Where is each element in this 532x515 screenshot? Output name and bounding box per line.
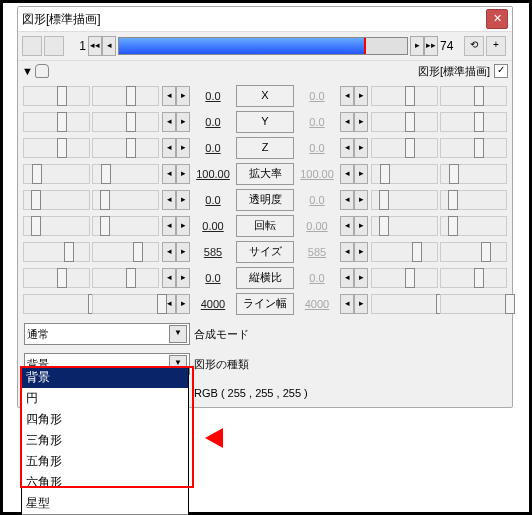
blend-select[interactable]: 通常▼ — [24, 323, 190, 345]
slider-right-b[interactable] — [440, 242, 507, 262]
slider-left-a[interactable] — [23, 190, 90, 210]
collapse-icon[interactable]: ▼ — [22, 65, 33, 77]
spin-up-icon[interactable]: ▸ — [354, 216, 368, 236]
dropdown-item[interactable]: 背景 — [22, 367, 188, 388]
value-left[interactable]: 4000 — [194, 298, 232, 310]
value-right[interactable]: 0.0 — [298, 194, 336, 206]
dropdown-item[interactable]: 星型 — [22, 493, 188, 514]
slider-left-a[interactable] — [23, 268, 90, 288]
slider-right-a[interactable] — [371, 268, 438, 288]
timeline-slider[interactable] — [118, 37, 408, 55]
slider-right-a[interactable] — [371, 242, 438, 262]
value-right[interactable]: 0.0 — [298, 272, 336, 284]
slider-right-b[interactable] — [440, 294, 507, 314]
value-left[interactable]: 100.00 — [194, 168, 232, 180]
value-left[interactable]: 0.00 — [194, 220, 232, 232]
value-right[interactable]: 0.0 — [298, 90, 336, 102]
param-button[interactable]: Y — [236, 111, 294, 133]
spin-up-icon[interactable]: ▸ — [176, 112, 190, 132]
spin-up-icon[interactable]: ▸ — [354, 138, 368, 158]
param-button[interactable]: 回転 — [236, 215, 294, 237]
slider-left-b[interactable] — [92, 164, 159, 184]
value-right[interactable]: 585 — [298, 246, 336, 258]
slider-right-a[interactable] — [371, 112, 438, 132]
slider-left-a[interactable] — [23, 294, 90, 314]
spin-up-icon[interactable]: ▸ — [176, 268, 190, 288]
param-button[interactable]: 透明度 — [236, 189, 294, 211]
spin-up-icon[interactable]: ▸ — [176, 190, 190, 210]
slider-left-a[interactable] — [23, 86, 90, 106]
slider-right-a[interactable] — [371, 138, 438, 158]
value-left[interactable]: 585 — [194, 246, 232, 258]
visible-checkbox[interactable]: ✓ — [494, 64, 508, 78]
spin-down-icon[interactable]: ◂ — [162, 112, 176, 132]
slider-right-a[interactable] — [371, 190, 438, 210]
slider-left-a[interactable] — [23, 164, 90, 184]
slider-left-b[interactable] — [92, 242, 159, 262]
dropdown-item[interactable]: 四角形 — [22, 409, 188, 430]
slider-left-a[interactable] — [23, 112, 90, 132]
spin-down-icon[interactable]: ◂ — [340, 268, 354, 288]
param-button[interactable]: 拡大率 — [236, 163, 294, 185]
slider-right-b[interactable] — [440, 164, 507, 184]
spin-down-icon[interactable]: ◂ — [162, 138, 176, 158]
spin-up-icon[interactable]: ▸ — [176, 242, 190, 262]
slider-right-b[interactable] — [440, 190, 507, 210]
spin-down-icon[interactable]: ◂ — [162, 190, 176, 210]
seek-last-icon[interactable]: ▸▸ — [424, 36, 438, 56]
spin-down-icon[interactable]: ◂ — [340, 86, 354, 106]
spin-up-icon[interactable]: ▸ — [176, 86, 190, 106]
spin-down-icon[interactable]: ◂ — [340, 216, 354, 236]
value-left[interactable]: 0.0 — [194, 90, 232, 102]
spin-up-icon[interactable]: ▸ — [176, 138, 190, 158]
dropdown-item[interactable]: 五角形 — [22, 451, 188, 472]
spin-down-icon[interactable]: ◂ — [340, 138, 354, 158]
value-left[interactable]: 0.0 — [194, 142, 232, 154]
value-left[interactable]: 0.0 — [194, 116, 232, 128]
tool-icon-1[interactable] — [22, 36, 42, 56]
slider-left-b[interactable] — [92, 86, 159, 106]
param-button[interactable]: サイズ — [236, 241, 294, 263]
close-icon[interactable]: ✕ — [486, 9, 508, 29]
spin-up-icon[interactable]: ▸ — [176, 294, 190, 314]
spin-up-icon[interactable]: ▸ — [354, 190, 368, 210]
slider-left-a[interactable] — [23, 138, 90, 158]
spin-down-icon[interactable]: ◂ — [340, 164, 354, 184]
spin-up-icon[interactable]: ▸ — [354, 164, 368, 184]
value-left[interactable]: 0.0 — [194, 194, 232, 206]
slider-right-b[interactable] — [440, 216, 507, 236]
slider-right-a[interactable] — [371, 86, 438, 106]
slider-right-a[interactable] — [371, 294, 438, 314]
slider-left-a[interactable] — [23, 242, 90, 262]
seek-next-icon[interactable]: ▸ — [410, 36, 424, 56]
seek-prev-icon[interactable]: ◂ — [102, 36, 116, 56]
slider-right-b[interactable] — [440, 112, 507, 132]
param-button[interactable]: X — [236, 85, 294, 107]
dropdown-item[interactable]: 六角形 — [22, 472, 188, 493]
shape-dropdown[interactable]: 背景円四角形三角形五角形六角形星型(ファイルから選択) — [21, 366, 189, 515]
slider-left-b[interactable] — [92, 138, 159, 158]
value-right[interactable]: 4000 — [298, 298, 336, 310]
spin-down-icon[interactable]: ◂ — [340, 294, 354, 314]
slider-right-b[interactable] — [440, 138, 507, 158]
slider-left-b[interactable] — [92, 268, 159, 288]
add-icon[interactable]: + — [486, 36, 506, 56]
slider-left-b[interactable] — [92, 112, 159, 132]
slider-left-b[interactable] — [92, 216, 159, 236]
value-right[interactable]: 0.00 — [298, 220, 336, 232]
spin-up-icon[interactable]: ▸ — [176, 216, 190, 236]
dropdown-item[interactable]: 三角形 — [22, 430, 188, 451]
spin-up-icon[interactable]: ▸ — [354, 268, 368, 288]
spin-down-icon[interactable]: ◂ — [340, 190, 354, 210]
dropdown-item[interactable]: 円 — [22, 388, 188, 409]
spin-down-icon[interactable]: ◂ — [162, 242, 176, 262]
value-right[interactable]: 0.0 — [298, 142, 336, 154]
slider-right-a[interactable] — [371, 216, 438, 236]
spin-down-icon[interactable]: ◂ — [340, 242, 354, 262]
tool-icon-2[interactable] — [44, 36, 64, 56]
param-button[interactable]: 縦横比 — [236, 267, 294, 289]
param-button[interactable]: ライン幅 — [236, 293, 294, 315]
value-right[interactable]: 0.0 — [298, 116, 336, 128]
slider-right-b[interactable] — [440, 268, 507, 288]
seek-first-icon[interactable]: ◂◂ — [88, 36, 102, 56]
